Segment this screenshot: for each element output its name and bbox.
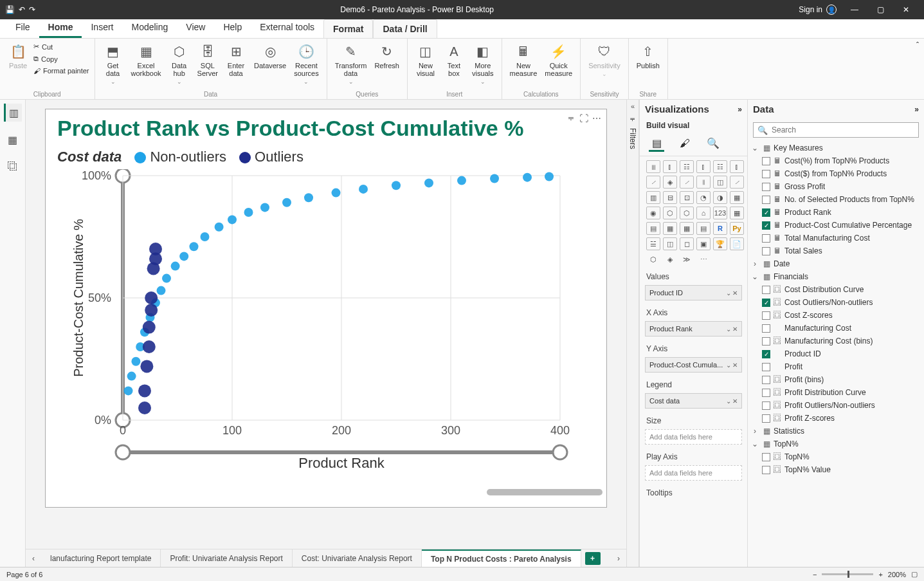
search-input[interactable] [772, 125, 914, 134]
visual-type-38[interactable]: ≫ [680, 253, 694, 266]
checkbox[interactable]: ✓ [762, 350, 770, 358]
tree-item[interactable]: ⿴Profit (bins) [748, 373, 924, 386]
visual-type-39[interactable]: ⋯ [696, 253, 711, 266]
visual-type-17[interactable]: ▦ [730, 191, 744, 204]
minimize-button[interactable]: — [842, 1, 867, 18]
scatter-visual[interactable]: ⫧ ⛶ ⋯ Product Rank vs Product-Cost Cumul… [45, 109, 607, 508]
visual-type-4[interactable]: ☷ [713, 160, 727, 173]
visual-type-22[interactable]: 123 [713, 207, 727, 219]
visual-type-7[interactable]: ◈ [663, 176, 677, 189]
tree-item[interactable]: ⿴Profit Z-scores [748, 412, 924, 425]
visual-type-35[interactable]: 📄 [730, 237, 744, 250]
well-size[interactable]: Add data fields here [645, 429, 742, 445]
menu-tab-insert[interactable]: Insert [82, 18, 122, 38]
sheet-tab[interactable]: Top N Product Costs : Pareto Analysis [422, 549, 581, 567]
user-icon[interactable]: 👤 [826, 5, 837, 15]
tree-group-topn[interactable]: ⌄▦TopN% [748, 438, 924, 450]
maximize-button[interactable]: ▢ [867, 1, 893, 18]
visual-type-36[interactable]: ⬡ [646, 253, 660, 266]
checkbox[interactable] [762, 247, 770, 255]
dataverse-button[interactable]: ◎Dataverse [251, 41, 289, 71]
checkbox[interactable] [762, 389, 770, 397]
recent-button[interactable]: 🕒Recent sources⌄ [291, 41, 322, 86]
well-xaxis[interactable]: Product Rank⌄✕ [645, 321, 742, 337]
visual-type-30[interactable]: ☱ [646, 237, 660, 250]
tree-group-financials[interactable]: ⌄▦Financials [748, 270, 924, 283]
well-playaxis[interactable]: Add data fields here [645, 465, 742, 481]
search-field[interactable]: 🔍 [753, 122, 919, 138]
tree-item[interactable]: 🖩No. of Selected Products from TopN% [748, 193, 924, 206]
tree-item[interactable]: ⿴Profit Distribution Curve [748, 386, 924, 399]
menu-tab-datadrill[interactable]: Data / Drill [373, 19, 437, 38]
remove-field-icon[interactable]: ✕ [732, 398, 738, 405]
visual-type-14[interactable]: ⊡ [680, 191, 694, 204]
checkbox[interactable] [762, 170, 770, 178]
tree-item[interactable]: ✓Product ID [748, 347, 924, 360]
chevron-down-icon[interactable]: ⌄ [726, 326, 731, 333]
model-view-icon[interactable]: ⿻ [4, 158, 22, 176]
visual-type-10[interactable]: ◫ [713, 176, 727, 189]
more-options-icon[interactable]: ⋯ [592, 113, 601, 124]
checkbox[interactable] [762, 183, 770, 191]
checkbox[interactable] [762, 401, 770, 410]
filters-pane-collapsed[interactable]: « ⫧ Filters [626, 100, 639, 567]
visual-type-18[interactable]: ◉ [646, 207, 660, 219]
textbox-button[interactable]: AText box [441, 41, 467, 78]
checkbox[interactable] [762, 324, 770, 333]
collapse-ribbon-icon[interactable]: ˆ [916, 41, 919, 50]
newvis-button[interactable]: ◫New visual [413, 41, 439, 78]
save-icon[interactable]: 💾 [5, 5, 15, 14]
redo-icon[interactable]: ↷ [29, 5, 35, 14]
collapse-data-icon[interactable]: » [914, 105, 919, 114]
close-button[interactable]: ✕ [893, 1, 919, 18]
zoom-in-button[interactable]: + [878, 571, 882, 578]
next-sheet-button[interactable]: › [611, 554, 626, 563]
tree-item[interactable]: 🖩Total Sales [748, 244, 924, 257]
visual-type-13[interactable]: ⊟ [663, 191, 677, 204]
menu-tab-file[interactable]: File [6, 18, 39, 38]
well-yaxis[interactable]: Product-Cost Cumula...⌄✕ [645, 357, 742, 373]
remove-field-icon[interactable]: ✕ [732, 326, 738, 333]
visual-type-3[interactable]: ⫿ [696, 160, 711, 173]
visual-type-28[interactable]: R [713, 222, 727, 235]
fit-page-icon[interactable]: ▢ [911, 570, 918, 578]
prev-sheet-button[interactable]: ‹ [26, 554, 41, 563]
build-visual-tab[interactable]: ▤ [649, 136, 664, 152]
visual-type-27[interactable]: ▤ [696, 222, 711, 235]
checkbox[interactable] [762, 376, 770, 384]
tree-item[interactable]: ⿴TopN% [748, 450, 924, 463]
quick-button[interactable]: ⚡Quick measure [542, 41, 575, 78]
menu-tab-modeling[interactable]: Modeling [122, 18, 177, 38]
tree-item[interactable]: 🖩Cost(%) from TopN% Products [748, 154, 924, 167]
tree-item[interactable]: 🖩Total Manufacturing Cost [748, 232, 924, 244]
enter-button[interactable]: ⊞Enter data [223, 41, 249, 78]
visual-type-37[interactable]: ◈ [663, 253, 677, 266]
checkbox[interactable]: ✓ [762, 221, 770, 230]
well-legend[interactable]: Cost data⌄✕ [645, 393, 742, 409]
visual-type-31[interactable]: ◫ [663, 237, 677, 250]
format-painter-button[interactable]: 🖌Format painter [33, 66, 89, 76]
visual-type-23[interactable]: ▦ [730, 207, 744, 219]
tree-item[interactable]: ✓🖩Product Rank [748, 206, 924, 219]
well-values[interactable]: Product ID⌄✕ [645, 285, 742, 300]
sheet-tab[interactable]: Cost: Univariate Analysis Report [293, 549, 422, 567]
visual-type-0[interactable]: ⫼ [646, 160, 660, 173]
signin-label[interactable]: Sign in [799, 5, 822, 14]
tree-item[interactable]: Manufacturing Cost [748, 322, 924, 335]
checkbox[interactable] [762, 337, 770, 346]
expand-filters-icon[interactable]: « [631, 102, 635, 110]
tree-item[interactable]: ⿴TopN% Value [748, 463, 924, 476]
hub-button[interactable]: ⬡Data hub⌄ [167, 41, 192, 86]
tree-item[interactable]: ⿴Manufacturing Cost (bins) [748, 335, 924, 347]
menu-tab-view[interactable]: View [177, 18, 214, 38]
tree-group-statistics[interactable]: ›▦Statistics [748, 425, 924, 438]
copy-button[interactable]: ⧉Copy [33, 53, 89, 64]
visual-type-8[interactable]: ⟋ [680, 176, 694, 189]
cut-button[interactable]: ✂Cut [33, 41, 89, 52]
menu-tab-home[interactable]: Home [39, 18, 82, 38]
remove-field-icon[interactable]: ✕ [732, 290, 738, 297]
focus-mode-icon[interactable]: ⛶ [579, 113, 588, 124]
checkbox[interactable]: ✓ [762, 208, 770, 217]
visual-type-20[interactable]: ⬡ [680, 207, 694, 219]
visual-type-21[interactable]: ⌂ [696, 207, 711, 219]
